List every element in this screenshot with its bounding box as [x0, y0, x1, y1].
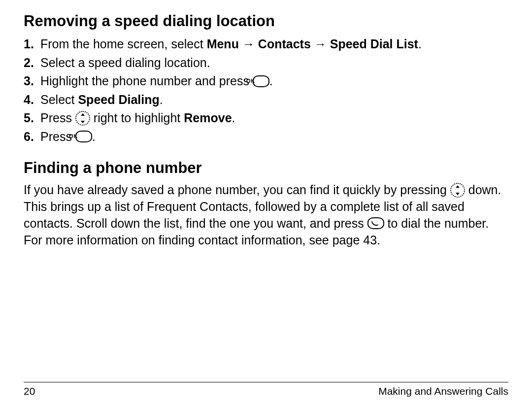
nav-key-icon [450, 183, 465, 198]
step-6: 6.Press . [24, 128, 508, 146]
step-text: . [92, 130, 96, 143]
arrow-icon: → [314, 37, 327, 51]
step-text: . [232, 111, 235, 125]
step-2: 2.Select a speed dialing location. [24, 54, 508, 72]
chapter-title: Making and Answering Calls [378, 385, 508, 397]
step-number: 1. [24, 35, 40, 54]
step-text: Select a speed dialing location. [40, 56, 210, 69]
step-text: . [160, 93, 163, 106]
step-number: 2. [24, 54, 40, 72]
menu-path-contacts: Contacts [258, 37, 311, 51]
nav-key-icon [75, 111, 90, 126]
step-text: Select [40, 93, 78, 106]
step-number: 6. [24, 128, 40, 146]
step-4: 4.Select Speed Dialing. [24, 91, 508, 109]
ok-button-icon [75, 131, 92, 142]
step-text: From the home screen, select [40, 37, 207, 51]
arrow-icon: → [242, 37, 255, 51]
step-number: 4. [24, 91, 40, 109]
call-key-icon [367, 217, 384, 229]
step-5: 5.Press right to highlight Remove. [24, 109, 508, 128]
step-text: right to highlight [90, 111, 184, 125]
page-footer: 20 Making and Answering Calls [24, 382, 508, 397]
ok-button-icon [253, 75, 269, 87]
steps-removing: 1.From the home screen, select Menu → Co… [24, 35, 508, 146]
step-3: 3.Highlight the phone number and press . [24, 72, 508, 91]
body-text: If you have already saved a phone number… [24, 183, 450, 197]
option-speed-dialing: Speed Dialing [78, 93, 159, 106]
step-number: 3. [24, 72, 40, 91]
menu-path-speed-dial-list: Speed Dial List [330, 37, 418, 51]
step-number: 5. [24, 109, 40, 128]
step-text: Highlight the phone number and press [40, 74, 253, 88]
option-remove: Remove [184, 111, 232, 125]
manual-page: Removing a speed dialing location 1.From… [0, 0, 532, 411]
step-text: Press [40, 111, 75, 125]
step-text: . [418, 37, 422, 51]
step-text: . [269, 74, 273, 88]
paragraph-finding: If you have already saved a phone number… [24, 182, 508, 248]
heading-finding-phone-number: Finding a phone number [24, 159, 508, 177]
heading-removing-speed-dial: Removing a speed dialing location [24, 12, 508, 30]
page-number: 20 [24, 385, 35, 397]
menu-path-menu: Menu [207, 37, 239, 51]
step-1: 1.From the home screen, select Menu → Co… [24, 35, 508, 54]
